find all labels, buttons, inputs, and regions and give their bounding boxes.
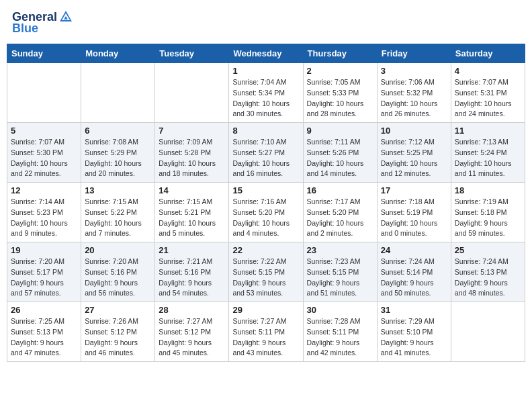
calendar-week-3: 12Sunrise: 7:14 AMSunset: 5:23 PMDayligh… (7, 183, 525, 242)
day-number: 31 (381, 305, 447, 315)
page-header: General Blue (7, 7, 525, 38)
calendar-cell: 12Sunrise: 7:14 AMSunset: 5:23 PMDayligh… (7, 183, 81, 242)
calendar-cell: 18Sunrise: 7:19 AMSunset: 5:18 PMDayligh… (451, 183, 525, 242)
calendar-cell: 13Sunrise: 7:15 AMSunset: 5:22 PMDayligh… (81, 183, 155, 242)
calendar-cell: 14Sunrise: 7:15 AMSunset: 5:21 PMDayligh… (155, 183, 229, 242)
day-info: Sunrise: 7:17 AMSunset: 5:20 PMDaylight:… (307, 197, 373, 239)
calendar-week-2: 5Sunrise: 7:07 AMSunset: 5:30 PMDaylight… (7, 123, 525, 183)
day-number: 30 (307, 305, 373, 315)
day-info: Sunrise: 7:24 AMSunset: 5:13 PMDaylight:… (455, 257, 521, 299)
calendar-cell: 3Sunrise: 7:06 AMSunset: 5:32 PMDaylight… (377, 63, 451, 123)
calendar-week-1: 1Sunrise: 7:04 AMSunset: 5:34 PMDaylight… (7, 63, 525, 123)
day-info: Sunrise: 7:07 AMSunset: 5:30 PMDaylight:… (11, 137, 77, 179)
day-info: Sunrise: 7:26 AMSunset: 5:12 PMDaylight:… (85, 316, 151, 359)
day-info: Sunrise: 7:15 AMSunset: 5:22 PMDaylight:… (85, 197, 151, 239)
day-info: Sunrise: 7:09 AMSunset: 5:28 PMDaylight:… (159, 137, 225, 179)
day-info: Sunrise: 7:28 AMSunset: 5:11 PMDaylight:… (307, 316, 373, 359)
day-number: 27 (85, 305, 151, 315)
day-info: Sunrise: 7:27 AMSunset: 5:11 PMDaylight:… (232, 316, 299, 359)
day-info: Sunrise: 7:15 AMSunset: 5:21 PMDaylight:… (159, 197, 225, 239)
day-number: 18 (455, 185, 521, 195)
day-number: 12 (11, 185, 77, 195)
calendar-week-5: 26Sunrise: 7:25 AMSunset: 5:13 PMDayligh… (7, 302, 525, 362)
day-number: 14 (159, 185, 225, 195)
day-info: Sunrise: 7:23 AMSunset: 5:15 PMDaylight:… (307, 257, 373, 299)
calendar-cell: 1Sunrise: 7:04 AMSunset: 5:34 PMDaylight… (229, 63, 303, 123)
calendar-cell: 19Sunrise: 7:20 AMSunset: 5:17 PMDayligh… (7, 242, 81, 302)
day-info: Sunrise: 7:27 AMSunset: 5:12 PMDaylight:… (159, 316, 225, 359)
day-number: 22 (232, 245, 299, 255)
day-number: 29 (232, 305, 299, 315)
day-number: 23 (307, 245, 373, 255)
day-info: Sunrise: 7:16 AMSunset: 5:20 PMDaylight:… (232, 197, 299, 239)
calendar-cell (155, 63, 229, 123)
calendar-table: SundayMondayTuesdayWednesdayThursdayFrid… (7, 44, 525, 362)
day-info: Sunrise: 7:19 AMSunset: 5:18 PMDaylight:… (455, 197, 521, 239)
weekday-header-monday: Monday (81, 44, 155, 63)
day-info: Sunrise: 7:11 AMSunset: 5:26 PMDaylight:… (307, 137, 373, 179)
calendar-cell: 25Sunrise: 7:24 AMSunset: 5:13 PMDayligh… (451, 242, 525, 302)
calendar-cell: 15Sunrise: 7:16 AMSunset: 5:20 PMDayligh… (229, 183, 303, 242)
day-info: Sunrise: 7:20 AMSunset: 5:17 PMDaylight:… (11, 257, 77, 299)
day-info: Sunrise: 7:10 AMSunset: 5:27 PMDaylight:… (232, 137, 299, 179)
day-number: 9 (307, 126, 373, 136)
logo-icon (58, 9, 73, 24)
day-info: Sunrise: 7:08 AMSunset: 5:29 PMDaylight:… (85, 137, 151, 179)
day-number: 26 (11, 305, 77, 315)
day-number: 2 (307, 66, 373, 76)
day-number: 3 (381, 66, 447, 76)
day-number: 5 (11, 126, 77, 136)
calendar-cell: 30Sunrise: 7:28 AMSunset: 5:11 PMDayligh… (303, 302, 377, 362)
calendar-cell: 28Sunrise: 7:27 AMSunset: 5:12 PMDayligh… (155, 302, 229, 362)
day-info: Sunrise: 7:07 AMSunset: 5:31 PMDaylight:… (455, 77, 521, 120)
logo-blue-text: Blue (12, 21, 38, 36)
calendar-cell: 16Sunrise: 7:17 AMSunset: 5:20 PMDayligh… (303, 183, 377, 242)
day-info: Sunrise: 7:13 AMSunset: 5:24 PMDaylight:… (455, 137, 521, 179)
day-info: Sunrise: 7:05 AMSunset: 5:33 PMDaylight:… (307, 77, 373, 120)
calendar-cell: 22Sunrise: 7:22 AMSunset: 5:15 PMDayligh… (229, 242, 303, 302)
day-number: 17 (381, 185, 447, 195)
calendar-cell: 2Sunrise: 7:05 AMSunset: 5:33 PMDaylight… (303, 63, 377, 123)
calendar-cell: 7Sunrise: 7:09 AMSunset: 5:28 PMDaylight… (155, 123, 229, 183)
day-number: 8 (232, 126, 299, 136)
weekday-header-sunday: Sunday (7, 44, 81, 63)
day-number: 21 (159, 245, 225, 255)
weekday-header-tuesday: Tuesday (155, 44, 229, 63)
calendar-cell: 5Sunrise: 7:07 AMSunset: 5:30 PMDaylight… (7, 123, 81, 183)
calendar-cell: 29Sunrise: 7:27 AMSunset: 5:11 PMDayligh… (229, 302, 303, 362)
calendar-cell: 20Sunrise: 7:20 AMSunset: 5:16 PMDayligh… (81, 242, 155, 302)
day-number: 4 (455, 66, 521, 76)
calendar-cell (7, 63, 81, 123)
calendar-cell: 10Sunrise: 7:12 AMSunset: 5:25 PMDayligh… (377, 123, 451, 183)
day-number: 25 (455, 245, 521, 255)
logo: General Blue (12, 9, 73, 36)
day-info: Sunrise: 7:06 AMSunset: 5:32 PMDaylight:… (381, 77, 447, 120)
day-info: Sunrise: 7:24 AMSunset: 5:14 PMDaylight:… (381, 257, 447, 299)
calendar-cell: 31Sunrise: 7:29 AMSunset: 5:10 PMDayligh… (377, 302, 451, 362)
weekday-header-wednesday: Wednesday (229, 44, 303, 63)
calendar-cell: 24Sunrise: 7:24 AMSunset: 5:14 PMDayligh… (377, 242, 451, 302)
calendar-cell: 17Sunrise: 7:18 AMSunset: 5:19 PMDayligh… (377, 183, 451, 242)
calendar-cell (451, 302, 525, 362)
day-number: 11 (455, 126, 521, 136)
day-number: 1 (232, 66, 299, 76)
day-info: Sunrise: 7:12 AMSunset: 5:25 PMDaylight:… (381, 137, 447, 179)
day-info: Sunrise: 7:22 AMSunset: 5:15 PMDaylight:… (232, 257, 299, 299)
calendar-cell: 23Sunrise: 7:23 AMSunset: 5:15 PMDayligh… (303, 242, 377, 302)
day-number: 15 (232, 185, 299, 195)
calendar-cell: 9Sunrise: 7:11 AMSunset: 5:26 PMDaylight… (303, 123, 377, 183)
day-info: Sunrise: 7:25 AMSunset: 5:13 PMDaylight:… (11, 316, 77, 359)
calendar-header-row: SundayMondayTuesdayWednesdayThursdayFrid… (7, 44, 525, 63)
day-info: Sunrise: 7:14 AMSunset: 5:23 PMDaylight:… (11, 197, 77, 239)
day-number: 7 (159, 126, 225, 136)
day-number: 16 (307, 185, 373, 195)
day-number: 20 (85, 245, 151, 255)
day-number: 13 (85, 185, 151, 195)
calendar-cell: 4Sunrise: 7:07 AMSunset: 5:31 PMDaylight… (451, 63, 525, 123)
weekday-header-saturday: Saturday (451, 44, 525, 63)
day-number: 24 (381, 245, 447, 255)
day-number: 28 (159, 305, 225, 315)
day-info: Sunrise: 7:21 AMSunset: 5:16 PMDaylight:… (159, 257, 225, 299)
calendar-cell: 21Sunrise: 7:21 AMSunset: 5:16 PMDayligh… (155, 242, 229, 302)
day-info: Sunrise: 7:20 AMSunset: 5:16 PMDaylight:… (85, 257, 151, 299)
